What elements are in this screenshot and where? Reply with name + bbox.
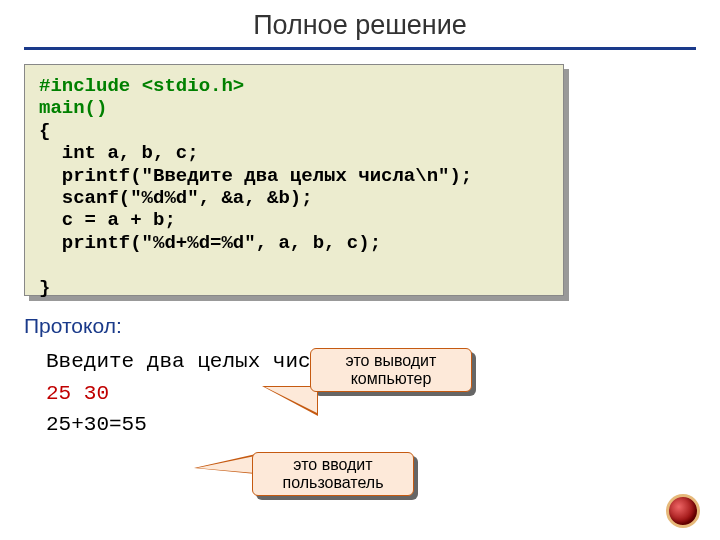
protocol-heading: Протокол: [24, 314, 696, 338]
callout-text: это выводит компьютер [310, 348, 472, 392]
protocol-result: 25+30=55 [46, 409, 696, 441]
callout-user-input: это вводит пользователь [252, 452, 414, 496]
code-main: main() [39, 97, 107, 119]
code-line: printf("Введите два целых числа\n"); [39, 165, 472, 187]
code-include-kw: #include [39, 75, 142, 97]
callout-computer-output: это выводит компьютер [310, 348, 472, 392]
code-line: } [39, 277, 50, 299]
code-line: int a, b, c; [39, 142, 199, 164]
code-line: scanf("%d%d", &a, &b); [39, 187, 313, 209]
code-line: c = a + b; [39, 209, 176, 231]
bullet-icon [666, 494, 700, 528]
title-rule [24, 47, 696, 50]
callout-text: это вводит пользователь [252, 452, 414, 496]
code-line: { [39, 120, 50, 142]
code-block: #include <stdio.h> main() { int a, b, c;… [24, 64, 564, 296]
slide-title: Полное решение [24, 10, 696, 41]
code-include-header: <stdio.h> [142, 75, 245, 97]
code-line: printf("%d+%d=%d", a, b, c); [39, 232, 381, 254]
